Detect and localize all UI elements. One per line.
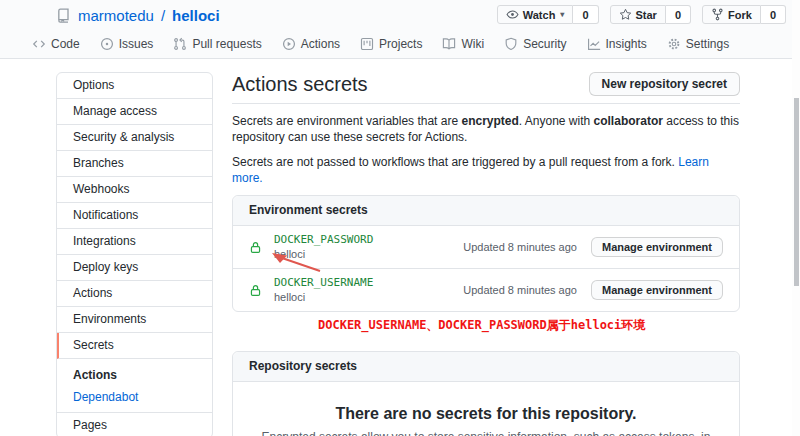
sidebar-item-secrets[interactable]: Secrets: [57, 333, 212, 359]
tab-pull-requests[interactable]: Pull requests: [163, 32, 271, 56]
repo-nav-tabs: Code Issues Pull requests Actions Projec…: [22, 32, 739, 56]
watch-button[interactable]: Watch ▾: [497, 5, 574, 24]
sidebar-item-webhooks[interactable]: Webhooks: [57, 177, 212, 203]
tab-label: Wiki: [461, 37, 484, 51]
tab-label: Settings: [686, 37, 729, 51]
project-icon: [360, 37, 374, 51]
manage-environment-button[interactable]: Manage environment: [591, 280, 723, 300]
empty-state-title: There are no secrets for this repository…: [257, 403, 715, 425]
intro-paragraph-1: Secrets are environment variables that a…: [232, 113, 740, 145]
empty-state: There are no secrets for this repository…: [233, 382, 739, 436]
intro-text: Secrets are environment variables that a…: [232, 113, 740, 186]
lock-icon: [249, 284, 262, 297]
secret-name-link[interactable]: DOCKER_USERNAME: [274, 276, 463, 289]
star-control: Star 0: [610, 5, 692, 24]
sidebar-item-branches[interactable]: Branches: [57, 151, 212, 177]
page-title: Actions secrets: [232, 72, 368, 96]
intro-paragraph-2: Secrets are not passed to workflows that…: [232, 154, 740, 186]
git-pull-request-icon: [173, 37, 187, 51]
sidebar-item-integrations[interactable]: Integrations: [57, 229, 212, 255]
star-icon: [619, 8, 632, 21]
eye-icon: [506, 8, 519, 21]
environment-secrets-header: Environment secrets: [233, 196, 739, 226]
tab-wiki[interactable]: Wiki: [432, 32, 494, 56]
repo-header: marmotedu / helloci Watch ▾ 0 Star 0: [0, 0, 800, 59]
repository-secrets-header: Repository secrets: [233, 352, 739, 382]
repo-owner-link[interactable]: marmotedu: [78, 7, 154, 24]
sidebar-item-notifications[interactable]: Notifications: [57, 203, 212, 229]
star-button[interactable]: Star: [610, 5, 666, 24]
caret-down-icon: ▾: [560, 10, 564, 19]
settings-sidebar: Options Manage access Security & analysi…: [56, 72, 213, 436]
empty-state-description: Encrypted secrets allow you to store sen…: [257, 429, 715, 436]
graph-icon: [587, 37, 601, 51]
sidebar-item-manage-access[interactable]: Manage access: [57, 99, 212, 125]
repo-name-link[interactable]: helloci: [172, 7, 220, 24]
submenu-item-dependabot[interactable]: Dependabot: [73, 391, 196, 404]
fork-icon: [711, 8, 724, 21]
fork-count[interactable]: 0: [761, 5, 786, 24]
shield-icon: [504, 37, 518, 51]
star-count[interactable]: 0: [666, 5, 691, 24]
tab-label: Code: [51, 37, 80, 51]
play-icon: [282, 37, 296, 51]
tab-security[interactable]: Security: [494, 32, 576, 56]
tab-projects[interactable]: Projects: [350, 32, 432, 56]
updated-timestamp: Updated 8 minutes ago: [463, 284, 577, 296]
gear-icon: [667, 37, 681, 51]
sidebar-item-pages[interactable]: Pages: [57, 413, 212, 436]
fork-control: Fork 0: [702, 5, 786, 24]
scrollbar-thumb[interactable]: [794, 98, 799, 286]
tab-actions[interactable]: Actions: [272, 32, 350, 56]
annotation-text: DOCKER_USERNAME、DOCKER_PASSWORD属于helloci…: [318, 317, 740, 337]
secret-info: DOCKER_USERNAME helloci: [274, 276, 463, 304]
annotation-arrow-icon: [268, 250, 326, 276]
tab-label: Projects: [379, 37, 422, 51]
tab-label: Insights: [606, 37, 647, 51]
sidebar-item-environments[interactable]: Environments: [57, 307, 212, 333]
sidebar-item-options[interactable]: Options: [57, 73, 212, 99]
book-icon: [442, 37, 456, 51]
secret-name-link[interactable]: DOCKER_PASSWORD: [274, 233, 463, 246]
tab-insights[interactable]: Insights: [577, 32, 657, 56]
tab-label: Actions: [301, 37, 340, 51]
repo-social-actions: Watch ▾ 0 Star 0 Fork 0: [497, 5, 786, 24]
tab-label: Pull requests: [192, 37, 261, 51]
submenu-item-actions[interactable]: Actions: [73, 369, 196, 382]
tab-issues[interactable]: Issues: [90, 32, 164, 56]
watch-label: Watch: [523, 9, 556, 21]
fork-label: Fork: [728, 9, 752, 21]
sidebar-item-deploy-keys[interactable]: Deploy keys: [57, 255, 212, 281]
lock-icon: [249, 241, 262, 254]
sidebar-item-security-analysis[interactable]: Security & analysis: [57, 125, 212, 151]
issue-opened-icon: [100, 37, 114, 51]
tab-code[interactable]: Code: [22, 32, 90, 56]
sidebar-item-actions[interactable]: Actions: [57, 281, 212, 307]
repo-icon: [56, 8, 71, 23]
secrets-submenu: Actions Dependabot: [57, 359, 212, 413]
tab-label: Security: [523, 37, 566, 51]
tab-label: Issues: [119, 37, 154, 51]
repository-secrets-box: Repository secrets There are no secrets …: [232, 351, 740, 436]
manage-environment-button[interactable]: Manage environment: [591, 237, 723, 257]
fork-button[interactable]: Fork: [702, 5, 761, 24]
page-scrollbar: [792, 0, 800, 436]
main-content: Actions secrets New repository secret Se…: [232, 72, 740, 436]
tab-settings[interactable]: Settings: [657, 32, 739, 56]
updated-timestamp: Updated 8 minutes ago: [463, 241, 577, 253]
watch-count[interactable]: 0: [573, 5, 598, 24]
code-icon: [32, 37, 46, 51]
breadcrumb: marmotedu / helloci: [56, 7, 220, 24]
watch-control: Watch ▾ 0: [497, 5, 599, 24]
star-label: Star: [636, 9, 657, 21]
new-repository-secret-button[interactable]: New repository secret: [589, 72, 740, 96]
main-header: Actions secrets New repository secret: [232, 72, 740, 104]
breadcrumb-separator: /: [161, 7, 165, 24]
secret-environment: helloci: [274, 291, 463, 304]
